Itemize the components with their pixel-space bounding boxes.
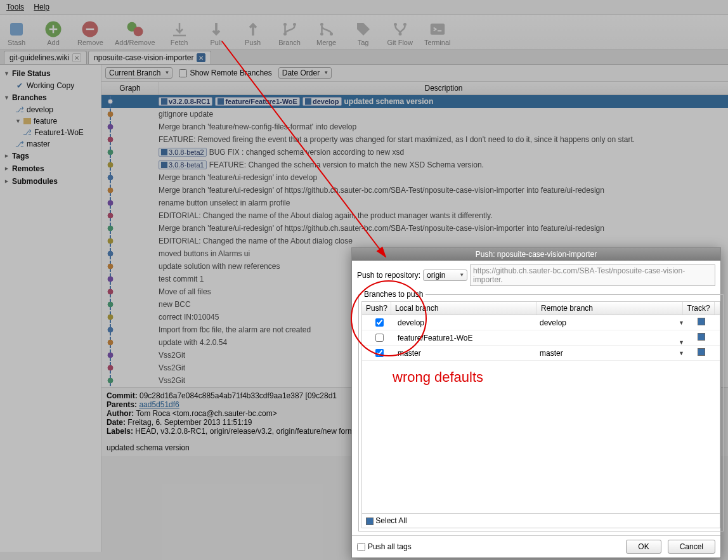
terminal-button[interactable]: Terminal bbox=[424, 20, 451, 46]
svg-point-12 bbox=[403, 23, 406, 26]
cancel-button[interactable]: Cancel bbox=[668, 540, 715, 554]
ref-tag[interactable]: v3.2.0.8-RC1 bbox=[159, 97, 212, 106]
remote-url: https://github.ch.sauter-bc.com/SBA-Test… bbox=[470, 264, 715, 286]
branch-feature1-woe[interactable]: ⎇Feature1-WoE bbox=[0, 127, 101, 138]
commit-row[interactable]: Merge branch 'feature/ui-redesign' of ht… bbox=[101, 184, 728, 197]
show-remote-checkbox[interactable]: Show Remote Branches bbox=[179, 68, 271, 77]
tabbar: git-guidelines.wiki✕ nposuite-case-visio… bbox=[0, 49, 728, 65]
gitflow-button[interactable]: Git Flow bbox=[387, 20, 413, 46]
svg-point-22 bbox=[108, 137, 113, 142]
branch-filter-dropdown[interactable]: Current Branch bbox=[105, 67, 172, 79]
push-checkbox[interactable] bbox=[375, 349, 384, 357]
commit-row[interactable]: Merge branch 'feature/ui-redesign' into … bbox=[101, 171, 728, 184]
sort-dropdown[interactable]: Date Order bbox=[278, 67, 332, 79]
file-status-header[interactable]: ▼File Status bbox=[0, 67, 101, 80]
svg-rect-0 bbox=[10, 23, 23, 36]
tab-nposuite[interactable]: nposuite-case-vision-importer✕ bbox=[88, 51, 211, 64]
remove-button[interactable]: Remove bbox=[77, 20, 103, 46]
branch-icon: ⎇ bbox=[15, 105, 24, 114]
col-description: Description bbox=[159, 82, 728, 94]
svg-point-46 bbox=[108, 289, 113, 294]
svg-point-11 bbox=[394, 23, 397, 26]
svg-point-26 bbox=[108, 162, 113, 167]
tab-gitguidelines[interactable]: git-guidelines.wiki✕ bbox=[4, 51, 87, 64]
tag-button[interactable]: Tag bbox=[351, 20, 376, 46]
branch-icon: ⎇ bbox=[23, 128, 32, 137]
dialog-footer: Push all tags OK Cancel bbox=[352, 535, 720, 557]
menu-help[interactable]: Help bbox=[30, 1, 53, 13]
commit-row[interactable]: EDITORIAL: Changed the name of the About… bbox=[101, 235, 728, 247]
push-button[interactable]: Push bbox=[240, 20, 266, 46]
commit-row[interactable]: 3.0.8-beta1FEATURE: Changed the schema v… bbox=[101, 159, 728, 171]
svg-point-4 bbox=[133, 27, 143, 36]
add-button[interactable]: Add bbox=[41, 20, 66, 46]
branches-header[interactable]: ▼Branches bbox=[0, 91, 101, 104]
close-icon[interactable]: ✕ bbox=[197, 53, 205, 62]
ok-button[interactable]: OK bbox=[626, 540, 661, 554]
track-checkbox[interactable] bbox=[698, 348, 705, 356]
svg-point-20 bbox=[108, 124, 113, 129]
push-checkbox[interactable] bbox=[375, 318, 384, 327]
commit-row[interactable]: v3.2.0.8-RC1feature/Feature1-WoEdevelopu… bbox=[101, 95, 728, 108]
branches-to-push: Branches to push Push? Local branch Remo… bbox=[358, 290, 724, 531]
menubar: Tools Help bbox=[0, 0, 728, 15]
commit-row[interactable]: rename button unselect in alarm profile bbox=[101, 197, 728, 209]
pull-button[interactable]: Pull bbox=[204, 20, 229, 46]
ref-tag[interactable]: feature/Feature1-WoE bbox=[215, 97, 300, 106]
svg-point-42 bbox=[108, 264, 113, 269]
branch-develop[interactable]: ⎇develop bbox=[0, 104, 101, 115]
svg-point-9 bbox=[320, 32, 323, 36]
svg-point-40 bbox=[108, 251, 113, 256]
parent-link[interactable]: aad5d51df6 bbox=[139, 400, 179, 409]
working-copy-item[interactable]: ✔Working Copy bbox=[0, 80, 101, 91]
push-all-tags-checkbox[interactable]: Push all tags bbox=[357, 542, 412, 551]
merge-button[interactable]: Merge bbox=[314, 20, 339, 46]
remote-branch-dropdown[interactable]: master▼ bbox=[540, 349, 686, 358]
svg-point-7 bbox=[293, 23, 296, 26]
ref-tag[interactable]: 3.0.8-beta1 bbox=[159, 160, 207, 169]
push-to-label: Push to repository: bbox=[357, 271, 420, 280]
commit-row[interactable]: Merge branch 'feature/new-config-files-f… bbox=[101, 120, 728, 133]
close-icon[interactable]: ✕ bbox=[72, 53, 81, 62]
commit-columns: Graph Description bbox=[101, 82, 728, 95]
push-checkbox[interactable] bbox=[375, 334, 384, 342]
track-checkbox[interactable] bbox=[698, 333, 705, 341]
svg-point-32 bbox=[108, 200, 113, 205]
fetch-button[interactable]: Fetch bbox=[167, 20, 192, 46]
ref-tag[interactable]: develop bbox=[302, 97, 342, 106]
branch-button[interactable]: Branch bbox=[277, 20, 302, 46]
check-icon: ✔ bbox=[15, 81, 24, 90]
svg-point-58 bbox=[108, 365, 113, 370]
sidebar: ▼File Status ✔Working Copy ▼Branches ⎇de… bbox=[0, 65, 101, 552]
remotes-header[interactable]: ▼Remotes bbox=[0, 162, 101, 175]
tags-header[interactable]: ▼Tags bbox=[0, 150, 101, 162]
branch-feature-folder[interactable]: ▼feature bbox=[0, 115, 101, 127]
track-checkbox[interactable] bbox=[698, 318, 705, 325]
svg-point-44 bbox=[108, 277, 113, 282]
svg-point-5 bbox=[283, 23, 287, 26]
ref-tag[interactable]: 3.0.8-beta2 bbox=[159, 148, 207, 157]
stash-button[interactable]: Stash bbox=[4, 20, 29, 46]
svg-point-50 bbox=[108, 315, 113, 320]
commit-row[interactable]: EDITORIAL: Changed the name of the About… bbox=[101, 209, 728, 222]
commit-row[interactable]: Merge branch 'feature/ui-redesign' of ht… bbox=[101, 222, 728, 235]
select-all-row[interactable]: Select All bbox=[362, 513, 720, 528]
svg-point-24 bbox=[108, 150, 113, 155]
commit-row[interactable]: FEATURE: Removed fireing the event that … bbox=[101, 133, 728, 146]
branch-table-body: developdevelop▼feature/Feature1-WoE▼mast… bbox=[362, 315, 720, 361]
local-branch-cell: master bbox=[394, 349, 540, 358]
folder-icon bbox=[23, 118, 31, 124]
remote-branch-dropdown[interactable]: develop▼ bbox=[540, 318, 686, 327]
commit-row[interactable]: 3.0.8-beta2BUG FIX : changed schema vers… bbox=[101, 146, 728, 159]
branch-row: developdevelop▼ bbox=[362, 315, 720, 330]
branch-master[interactable]: ⎇master bbox=[0, 138, 101, 150]
svg-point-28 bbox=[108, 175, 113, 180]
submodules-header[interactable]: ▼Submodules bbox=[0, 175, 101, 188]
addremove-button[interactable]: Add/Remove bbox=[115, 20, 155, 46]
svg-point-52 bbox=[108, 327, 113, 332]
commit-row[interactable]: gitignore update bbox=[101, 108, 728, 120]
menu-tools[interactable]: Tools bbox=[3, 1, 28, 13]
branch-row: feature/Feature1-WoE▼ bbox=[362, 330, 720, 346]
svg-point-34 bbox=[108, 213, 113, 218]
remote-dropdown[interactable]: origin bbox=[423, 270, 467, 281]
